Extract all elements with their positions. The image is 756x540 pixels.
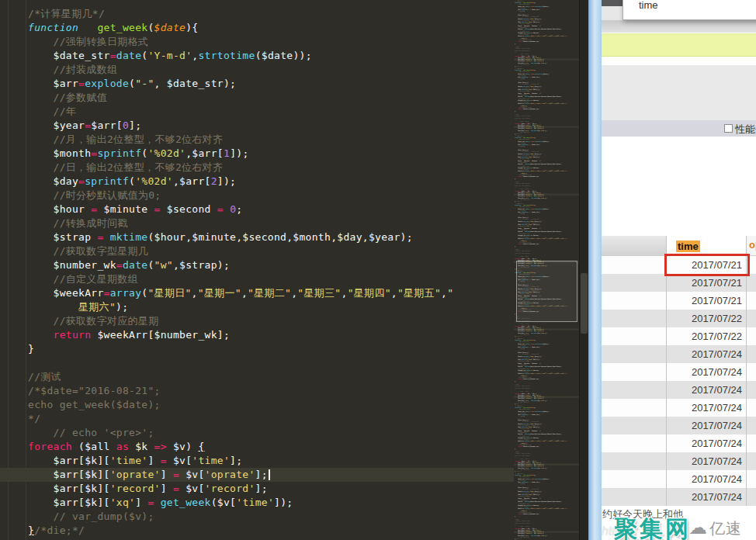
table-row[interactable]: 2017/07/24 xyxy=(602,434,756,452)
code-line[interactable]: 星期六"); xyxy=(0,300,514,314)
code-line[interactable]: $number_wk=date("w",$strap); xyxy=(0,258,514,272)
code-line[interactable]: $arr[$k]['record'] = $v['record']; xyxy=(0,482,514,496)
minimap-viewport[interactable] xyxy=(516,261,577,322)
code-token: $weekArr[$number_wk]; xyxy=(91,329,230,341)
column-header-op[interactable]: op xyxy=(747,236,756,255)
code-token: "星期一" xyxy=(198,287,241,299)
code-token: $strap xyxy=(28,231,97,243)
code-line[interactable]: return $weekArr[$number_wk]; xyxy=(0,328,514,342)
code-token: $second xyxy=(531,25,538,26)
code-line[interactable] xyxy=(0,356,514,370)
code-line[interactable]: //日，输出2位整型，不够2位右对齐 xyxy=(0,161,514,175)
code-token: ]); xyxy=(545,535,547,536)
code-token: ( xyxy=(129,175,135,187)
op-cell xyxy=(747,381,756,399)
code-line[interactable]: echo get_week($date); xyxy=(0,398,514,412)
code-line[interactable]: //转换成时间戳 xyxy=(0,216,514,230)
code-token: ,$strap); xyxy=(532,99,539,101)
code-line[interactable]: //年 xyxy=(0,105,514,119)
code-token: ( xyxy=(147,259,154,271)
code-line[interactable]: $weekArr=array("星期日","星期一","星期二","星期三","… xyxy=(0,286,514,300)
code-line[interactable]: $arr[$k]['xq'] = get_week($v['time']); xyxy=(0,496,514,510)
code-token: ]; xyxy=(129,119,141,131)
table-row[interactable]: 2017/07/24 xyxy=(602,417,756,434)
table-row[interactable]: 2017/07/24 xyxy=(602,381,756,399)
code-line[interactable]: //封装成数组 xyxy=(0,63,514,77)
code-token: echo get_week($date); xyxy=(515,117,531,119)
code-line[interactable]: $arr=explode("-", $date_str); xyxy=(0,77,514,91)
code-token: "星期五" xyxy=(560,238,566,240)
table-row[interactable]: 2017/07/24 xyxy=(602,452,756,470)
code-token: $day xyxy=(28,175,78,187)
table-row[interactable]: 2017/07/24 xyxy=(602,363,756,381)
code-token: '%02d' xyxy=(147,147,186,159)
table-row[interactable]: 2017/07/21 xyxy=(602,274,756,292)
code-line[interactable]: foreach ($all as $k => $v) { xyxy=(0,440,514,454)
code-token: $second xyxy=(531,362,538,364)
table-row[interactable]: 2017/07/24 xyxy=(602,488,756,506)
code-line[interactable]: //月，输出2位整型，不够2位右对齐 xyxy=(0,133,514,147)
table-row[interactable]: 2017/07/22 xyxy=(602,310,756,327)
popup-item-time[interactable]: time xyxy=(639,0,756,11)
code-line[interactable]: $year=$arr[0]; xyxy=(0,119,514,133)
performance-checkbox[interactable] xyxy=(724,124,733,133)
code-token: ){ xyxy=(534,204,536,206)
table-row[interactable]: 2017/07/21 xyxy=(602,292,756,310)
code-line[interactable]: $day=sprintf('%02d',$arr[2]); xyxy=(0,175,514,189)
table-row[interactable]: 2017/07/24 xyxy=(602,345,756,363)
table-rows: 2017/07/212017/07/212017/07/212017/07/22… xyxy=(602,256,756,506)
code-token: = xyxy=(173,483,179,494)
code-token: = xyxy=(110,50,116,61)
code-line[interactable]: $month=sprintf('%02d',$arr[1]); xyxy=(0,147,514,161)
table-row[interactable]: 2017/07/24 xyxy=(602,470,756,488)
column-header-time[interactable]: time xyxy=(666,236,747,255)
code-token: ]; xyxy=(230,455,242,466)
code-token: $second xyxy=(531,160,538,161)
code-line[interactable]: }/*die;*/ xyxy=(0,524,514,538)
code-line[interactable]: $strap = mktime($hour,$minute,$second,$m… xyxy=(0,230,514,244)
code-token: ,$strap); xyxy=(532,167,539,168)
table-row[interactable]: 2017/07/22 xyxy=(602,327,756,345)
code-token: ]); xyxy=(538,359,540,361)
code-line[interactable]: // var_dump($v); xyxy=(0,510,514,524)
code-line[interactable]: //强制转换日期格式 xyxy=(0,35,514,49)
code-line[interactable]: //测试 xyxy=(0,370,514,384)
op-cell xyxy=(747,452,756,470)
code-line[interactable]: $hour = $minute = $second = 0; xyxy=(0,202,514,216)
code-token: explode xyxy=(85,78,129,89)
code-line[interactable]: } xyxy=(0,342,514,356)
code-line[interactable]: // echo '<pre>'; xyxy=(0,426,514,440)
column-header-blank xyxy=(602,236,666,255)
code-line[interactable]: function get_week($date){ xyxy=(0,21,514,35)
code-token: "星期三" xyxy=(548,508,553,510)
code-token: 'Y-m-d' xyxy=(529,208,535,209)
minimap-code: /*计算星期几*/function get_week($date){ //强制转… xyxy=(514,472,579,540)
code-line[interactable]: //获取数字对应的星期 xyxy=(0,314,514,328)
code-line[interactable]: //获取数字型星期几 xyxy=(0,244,514,258)
code-line[interactable]: $arr[$k]['oprate'] = $v['oprate']; xyxy=(0,468,514,482)
code-token: $arr[$k][ xyxy=(28,469,110,480)
code-token: //封装成数组 xyxy=(28,64,117,75)
code-token: // var_dump($v); xyxy=(28,511,154,522)
code-line[interactable]: $date_str=date('Y-m-d',strtotime($date))… xyxy=(0,49,514,63)
code-line[interactable]: */ xyxy=(0,412,514,426)
code-token: ]); xyxy=(539,18,542,19)
scrollbar-thumb[interactable] xyxy=(581,273,588,334)
code-line[interactable]: //参数赋值 xyxy=(0,91,514,105)
code-token: ]); xyxy=(539,153,542,154)
code-token: ]); xyxy=(545,197,547,199)
code-area[interactable]: /*计算星期几*/function get_week($date){ //强制转… xyxy=(0,0,514,540)
code-line[interactable]: $arr[$k]['time'] = $v['time']; xyxy=(0,454,514,468)
code-line[interactable]: /*计算星期几*/ xyxy=(0,7,514,21)
code-token: "星期二" xyxy=(248,287,291,299)
minimap[interactable]: /*计算星期几*/function get_week($date){ //强制转… xyxy=(514,0,579,540)
code-line[interactable]: /*$date="2016-08-21"; xyxy=(0,384,514,398)
table-row[interactable]: 2017/07/24 xyxy=(602,399,756,417)
code-line[interactable]: //自定义星期数组 xyxy=(0,272,514,286)
code-line[interactable]: //时分秒默认赋值为0; xyxy=(0,189,514,202)
code-token: "星期五" xyxy=(560,373,566,375)
op-cell xyxy=(747,327,756,345)
code-token: $arr[$k][ xyxy=(28,497,110,508)
code-token: strtotime xyxy=(536,73,543,74)
editor-scrollbar[interactable] xyxy=(579,0,588,540)
